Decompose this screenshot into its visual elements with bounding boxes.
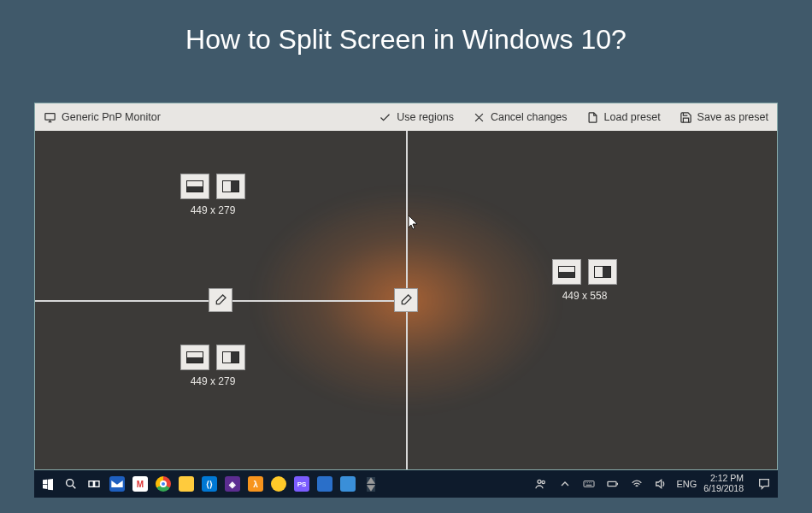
check-icon: [379, 111, 391, 124]
windows-icon: [41, 477, 55, 491]
split-vertical-button[interactable]: [588, 259, 617, 285]
date-label: 6/19/2018: [703, 484, 744, 494]
tray-people[interactable]: [533, 475, 550, 492]
app-phpstorm[interactable]: PS: [293, 475, 310, 492]
scroll-control[interactable]: [362, 475, 380, 492]
app-gmail[interactable]: M: [132, 475, 149, 492]
task-view-icon: [87, 477, 101, 491]
use-regions-label: Use regions: [397, 111, 454, 123]
taskbar: M ⟨⟩ ◈ λ PS ENG 2:12 PM 6/19/2018: [34, 470, 778, 498]
notification-icon: [757, 477, 771, 491]
svg-rect-7: [608, 481, 616, 486]
save-preset-label: Save as preset: [697, 111, 768, 123]
app-lambda[interactable]: λ: [247, 475, 264, 492]
tray-chevron-up[interactable]: [556, 475, 574, 492]
toolbar: Generic PnP Monitor Use regions Cancel c…: [35, 103, 777, 131]
app-chrome[interactable]: [155, 475, 172, 492]
region-size-label: 449 x 279: [191, 204, 236, 216]
people-icon: [534, 477, 548, 491]
split-horizontal-button[interactable]: [180, 174, 209, 199]
language-indicator[interactable]: ENG: [676, 479, 697, 489]
region-size-label: 449 x 279: [191, 375, 236, 387]
wifi-icon: [630, 477, 644, 491]
search-button[interactable]: [62, 475, 79, 492]
tray-keyboard[interactable]: [580, 475, 597, 492]
tray-wifi[interactable]: [628, 475, 645, 492]
tray-volume[interactable]: [652, 475, 669, 492]
region-tools-top-left: 449 x 279: [180, 174, 245, 216]
app-blue1[interactable]: [316, 475, 333, 492]
battery-icon: [606, 477, 620, 491]
save-preset-button[interactable]: Save as preset: [680, 111, 768, 124]
chevron-up-icon: [558, 477, 572, 491]
svg-rect-0: [45, 113, 55, 120]
volume-icon: [654, 477, 668, 491]
svg-point-4: [538, 480, 541, 483]
eraser-icon: [399, 293, 413, 307]
app-visualstudio[interactable]: ◈: [224, 475, 241, 492]
svg-rect-2: [89, 481, 93, 487]
action-center-button[interactable]: [756, 475, 773, 492]
load-preset-label: Load preset: [604, 111, 661, 123]
cancel-changes-button[interactable]: Cancel changes: [473, 111, 568, 124]
app-circle[interactable]: [270, 475, 287, 492]
region-canvas[interactable]: 449 x 279 449 x 279 449 x 558: [35, 131, 777, 469]
split-vertical-button[interactable]: [216, 345, 245, 370]
save-icon: [680, 111, 692, 124]
keyboard-icon: [582, 477, 596, 491]
task-view-button[interactable]: [85, 475, 103, 492]
split-horizontal-button[interactable]: [552, 259, 581, 285]
tray-battery[interactable]: [604, 475, 621, 492]
start-button[interactable]: [39, 475, 56, 492]
app-blue2[interactable]: [339, 475, 356, 492]
search-icon: [64, 477, 78, 491]
use-regions-button[interactable]: Use regions: [379, 111, 454, 124]
cancel-changes-label: Cancel changes: [491, 111, 568, 123]
split-vertical-button[interactable]: [216, 174, 245, 199]
split-horizontal-button[interactable]: [180, 345, 209, 370]
load-preset-button[interactable]: Load preset: [586, 111, 661, 124]
system-tray: ENG 2:12 PM 6/19/2018: [533, 474, 773, 493]
load-icon: [586, 111, 599, 124]
region-tools-bottom-left: 449 x 279: [180, 345, 245, 387]
eraser-button-center[interactable]: [394, 288, 418, 312]
clock[interactable]: 2:12 PM 6/19/2018: [703, 474, 749, 493]
eraser-button-left[interactable]: [209, 288, 232, 312]
app-vscode[interactable]: ⟨⟩: [201, 475, 218, 492]
close-icon: [473, 111, 485, 124]
region-tools-right: 449 x 558: [552, 259, 617, 302]
monitor-label: Generic PnP Monitor: [62, 111, 161, 123]
svg-rect-3: [95, 481, 99, 487]
svg-rect-6: [584, 481, 594, 487]
region-size-label: 449 x 558: [562, 290, 608, 302]
app-mail[interactable]: [109, 475, 126, 492]
region-editor-window: Generic PnP Monitor Use regions Cancel c…: [34, 103, 778, 470]
monitor-selector[interactable]: Generic PnP Monitor: [44, 111, 161, 124]
page-title: How to Split Screen in Windows 10?: [0, 0, 812, 71]
svg-point-5: [542, 481, 544, 483]
cursor-icon: [409, 215, 419, 231]
monitor-icon: [44, 111, 56, 124]
app-explorer[interactable]: [178, 475, 195, 492]
svg-point-1: [67, 480, 74, 486]
eraser-icon: [214, 293, 227, 307]
